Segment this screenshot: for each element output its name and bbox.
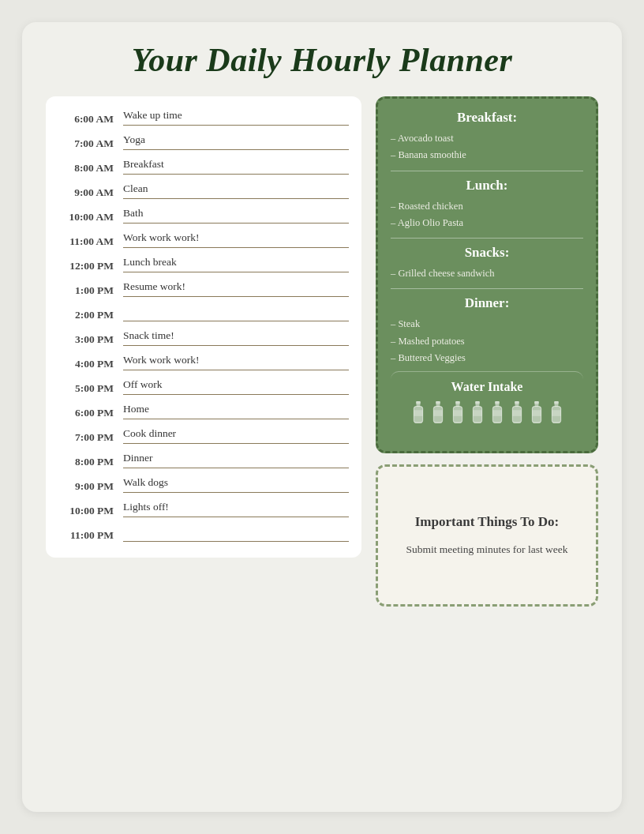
water-section: Water Intake: [391, 371, 583, 440]
task-line: Bath: [123, 207, 349, 227]
svg-rect-9: [434, 422, 441, 423]
schedule-row: 3:00 PMSnack time!: [58, 325, 349, 349]
water-bottle: [548, 400, 565, 429]
svg-rect-30: [534, 401, 539, 404]
task-line: Lunch break: [123, 256, 349, 276]
task-line: Resume work!: [123, 280, 349, 300]
task-text: [123, 525, 349, 541]
task-line: Off work: [123, 378, 349, 398]
breakfast-title: Breakfast:: [391, 110, 583, 126]
task-text: Snack time!: [123, 329, 349, 345]
svg-rect-36: [554, 404, 558, 407]
task-underline: [123, 296, 349, 297]
water-bottle: [449, 400, 466, 429]
schedule-row: 1:00 PMResume work!: [58, 276, 349, 300]
task-line: Wake up time: [123, 109, 349, 129]
task-text: [123, 305, 349, 321]
schedule-row: 6:00 PMHome: [58, 398, 349, 423]
time-label: 6:00 AM: [58, 113, 123, 129]
task-underline: [123, 321, 349, 321]
task-text: Cook dinner: [123, 427, 349, 443]
svg-rect-35: [554, 401, 559, 404]
important-text: Submit meeting minutes for last week: [406, 542, 567, 558]
time-label: 7:00 PM: [58, 431, 123, 447]
right-column: Breakfast: – Avocado toast– Banana smoot…: [376, 96, 598, 607]
svg-rect-8: [433, 410, 442, 416]
task-text: Work work work!: [123, 231, 349, 247]
svg-rect-29: [513, 422, 520, 423]
time-label: 3:00 PM: [58, 333, 123, 349]
task-text: Wake up time: [123, 109, 349, 125]
task-line: Cook dinner: [123, 427, 349, 447]
water-bottle: [508, 400, 526, 429]
svg-rect-26: [515, 404, 519, 407]
meal-divider-2: [391, 238, 583, 239]
task-line: Yoga: [123, 133, 349, 153]
task-line: Home: [123, 403, 349, 423]
svg-rect-16: [475, 404, 479, 407]
task-line: Breakfast: [123, 158, 349, 178]
svg-rect-18: [473, 410, 481, 416]
task-underline: [123, 541, 349, 542]
svg-rect-38: [552, 410, 560, 416]
task-underline: [123, 125, 349, 126]
schedule-row: 2:00 PM: [58, 300, 349, 325]
schedule-row: 5:00 PMOff work: [58, 374, 349, 398]
time-label: 8:00 PM: [58, 456, 123, 471]
task-line: Dinner: [123, 452, 349, 471]
task-text: Yoga: [123, 133, 349, 149]
time-label: 4:00 PM: [58, 358, 123, 374]
important-card: Important Things To Do: Submit meeting m…: [376, 464, 598, 607]
water-bottle: [528, 400, 545, 429]
lunch-items: – Roasted chicken– Aglio Olio Pasta: [391, 198, 583, 232]
task-underline: [123, 345, 349, 346]
task-text: Bath: [123, 207, 349, 223]
page: Your Daily Hourly Planner 6:00 AMWake up…: [22, 22, 622, 812]
svg-rect-5: [436, 401, 440, 404]
svg-rect-31: [534, 404, 538, 407]
water-bottle: [489, 400, 506, 429]
water-bottle: [410, 400, 427, 429]
snacks-items: – Grilled cheese sandwich: [391, 265, 583, 282]
time-label: 5:00 PM: [58, 382, 123, 398]
time-label: 11:00 AM: [58, 235, 123, 251]
lunch-title: Lunch:: [391, 178, 583, 193]
schedule-row: 8:00 AMBreakfast: [58, 153, 349, 178]
water-bottle: [469, 400, 486, 429]
important-title: Important Things To Do:: [415, 513, 560, 531]
svg-rect-21: [495, 404, 499, 407]
task-underline: [123, 419, 349, 419]
time-label: 6:00 PM: [58, 407, 123, 423]
content-row: 6:00 AMWake up time7:00 AMYoga8:00 AMBre…: [46, 96, 598, 607]
svg-rect-28: [512, 410, 521, 416]
meals-card: Breakfast: – Avocado toast– Banana smoot…: [376, 96, 598, 453]
snacks-title: Snacks:: [391, 245, 583, 261]
task-text: Lunch break: [123, 256, 349, 272]
task-underline: [123, 468, 349, 468]
svg-rect-6: [436, 404, 440, 407]
task-underline: [123, 149, 349, 150]
svg-rect-4: [414, 422, 421, 423]
svg-rect-19: [474, 422, 481, 423]
task-underline: [123, 198, 349, 199]
task-underline: [123, 394, 349, 395]
task-line: Lights off!: [123, 501, 349, 520]
task-line: Work work work!: [123, 354, 349, 374]
svg-rect-11: [455, 404, 459, 407]
svg-rect-39: [552, 422, 560, 423]
schedule-row: 8:00 PMDinner: [58, 447, 349, 471]
task-line: Clean: [123, 182, 349, 202]
time-label: 7:00 AM: [58, 137, 123, 153]
time-label: 8:00 AM: [58, 162, 123, 178]
schedule-row: 12:00 PMLunch break: [58, 251, 349, 276]
task-underline: [123, 517, 349, 517]
svg-rect-23: [492, 410, 501, 416]
svg-rect-10: [455, 401, 460, 404]
task-text: Resume work!: [123, 280, 349, 296]
svg-rect-15: [475, 401, 480, 404]
breakfast-items: – Avocado toast– Banana smoothie: [391, 130, 583, 164]
task-line: [123, 525, 349, 545]
task-line: Walk dogs: [123, 476, 349, 496]
task-text: Lights off!: [123, 501, 349, 517]
task-underline: [123, 443, 349, 444]
